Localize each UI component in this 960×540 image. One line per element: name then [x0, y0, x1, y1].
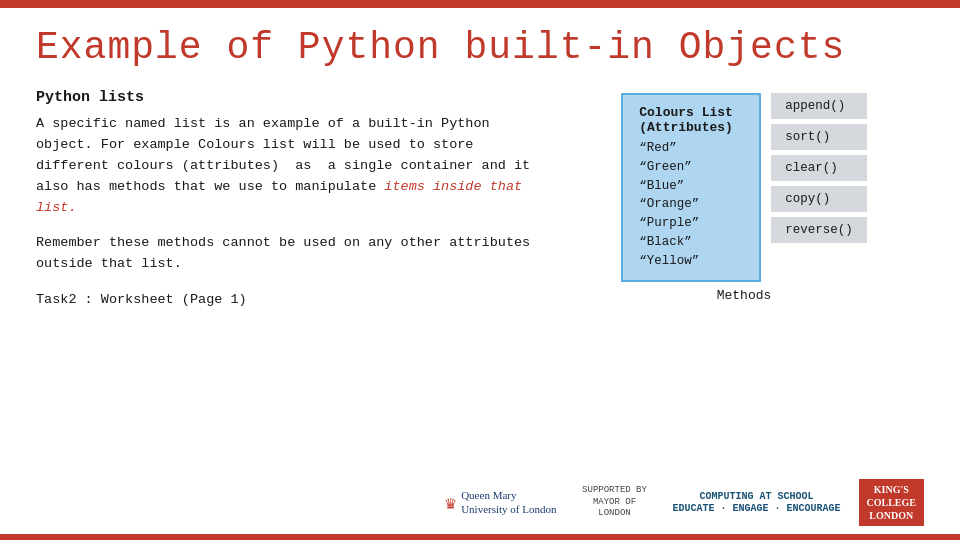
diagram-section: Colours List (Attributes) “Red”“Green”“B…: [564, 93, 924, 303]
method-button[interactable]: clear(): [771, 155, 867, 181]
method-button[interactable]: reverse(): [771, 217, 867, 243]
task-text: Task2 : Worksheet (Page 1): [36, 292, 534, 307]
method-button[interactable]: sort(): [771, 124, 867, 150]
method-button[interactable]: append(): [771, 93, 867, 119]
colour-item: “Green”: [639, 158, 699, 177]
colour-list: “Red”“Green”“Blue”“Orange”“Purple”“Black…: [639, 139, 699, 270]
crown-icon: ♛: [445, 492, 456, 514]
paragraph2: Remember these methods cannot be used on…: [36, 233, 534, 275]
qm-logo: ♛ Queen Mary University of London: [445, 489, 556, 515]
footer-area: ♛ Queen Mary University of London SUPPOR…: [0, 473, 960, 534]
methods-label: Methods: [717, 288, 772, 303]
kings-logo: KING'S COLLEGE LONDON: [859, 479, 924, 526]
box-title: Colours List (Attributes): [639, 105, 733, 135]
colour-item: “Purple”: [639, 214, 699, 233]
title-area: Example of Python built-in Objects: [0, 8, 960, 79]
paragraph1: A specific named list is an example of a…: [36, 114, 534, 219]
section-heading: Python lists: [36, 89, 534, 106]
diagram-inner: Colours List (Attributes) “Red”“Green”“B…: [621, 93, 867, 282]
colours-box: Colours List (Attributes) “Red”“Green”“B…: [621, 93, 761, 282]
colour-item: “Red”: [639, 139, 699, 158]
bottom-bar: [0, 534, 960, 540]
top-bar: [0, 0, 960, 8]
colour-item: “Orange”: [639, 195, 699, 214]
qm-text: Queen Mary University of London: [461, 489, 556, 515]
content-area: Python lists A specific named list is an…: [0, 79, 960, 473]
colour-item: “Blue”: [639, 177, 699, 196]
colour-item: “Yellow”: [639, 252, 699, 271]
cas-logo: COMPUTING AT SCHOOL EDUCATE · ENGAGE · E…: [673, 491, 841, 515]
methods-col: append()sort()clear()copy()reverse(): [771, 93, 867, 243]
page-title: Example of Python built-in Objects: [36, 26, 924, 69]
slide: Example of Python built-in Objects Pytho…: [0, 0, 960, 540]
method-button[interactable]: copy(): [771, 186, 867, 212]
mayor-logo: SUPPORTED BY MAYOR OF LONDON: [575, 485, 655, 520]
colour-item: “Black”: [639, 233, 699, 252]
left-panel: Python lists A specific named list is an…: [36, 89, 534, 473]
right-panel: Colours List (Attributes) “Red”“Green”“B…: [564, 89, 924, 473]
